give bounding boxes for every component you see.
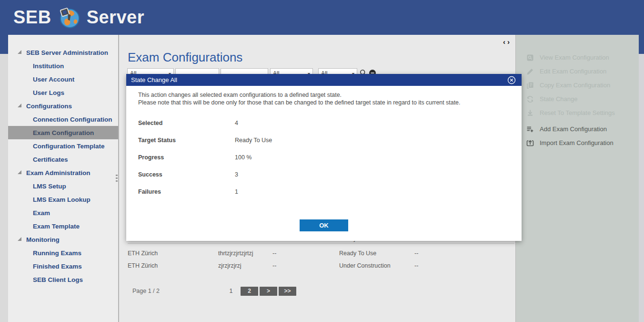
action-reset-to-template-settings: Reset To Template Settings	[516, 106, 639, 120]
page-2-button[interactable]: 2	[241, 287, 258, 296]
brand-seb: SEB	[13, 7, 51, 28]
pagination-bar: Page 1 / 2 1 2 > >>	[119, 287, 516, 296]
app-header: SEB Server	[0, 0, 644, 35]
dialog-description: This action changes all selected exam co…	[138, 92, 460, 106]
action-copy-exam-configuration: Copy Exam Configuration	[516, 78, 639, 92]
sidebar-item-configurations[interactable]: Configurations	[8, 99, 118, 113]
sidebar-item-institution[interactable]: Institution	[8, 59, 118, 73]
last-page-button[interactable]: >>	[279, 287, 296, 296]
row-divider	[128, 243, 514, 244]
expander-icon[interactable]	[18, 170, 21, 174]
chevron-right-icon[interactable]: ›	[507, 38, 512, 46]
ok-button[interactable]: OK	[300, 219, 348, 231]
expander-icon[interactable]	[18, 104, 21, 107]
sidebar-item-finished-exams[interactable]: Finished Exams	[8, 260, 118, 273]
dialog-fields: Selected4 Target StatusReady To Use Prog…	[138, 114, 272, 200]
action-view-exam-configuration: View Exam Configuration	[516, 51, 639, 64]
state-change-all-dialog: State Change All This action changes all…	[126, 74, 522, 241]
sidebar-item-exam-administration[interactable]: Exam Administration	[8, 166, 118, 179]
sidebar-item-connection-configuration[interactable]: Connection Configuration	[8, 113, 118, 126]
right-navy-block	[639, 35, 644, 54]
sidebar-item-exam[interactable]: Exam	[8, 206, 118, 219]
action-edit-exam-configuration: Edit Exam Configuration	[516, 64, 639, 78]
left-navy-block	[0, 35, 8, 54]
action-add-exam-configuration[interactable]: Add Exam Configuration	[516, 122, 639, 136]
globe-lock-icon	[58, 6, 80, 29]
reset-download-icon	[526, 109, 534, 117]
action-state-change: State Change	[516, 92, 639, 106]
dialog-description-line2: Please note that this will be done only …	[138, 99, 460, 107]
expander-icon[interactable]	[18, 50, 21, 54]
refresh-icon	[526, 95, 534, 103]
right-scroll-strip	[639, 35, 644, 322]
dialog-title: State Change All	[131, 76, 507, 83]
chevron-left-icon[interactable]: ‹	[503, 38, 507, 46]
add-list-icon	[526, 125, 534, 133]
sidebar-item-lms-setup[interactable]: LMS Setup	[8, 179, 118, 193]
table-row[interactable]: ETH Zürich zjrzjrzjrzj -- Under Construc…	[128, 260, 514, 272]
action-panel: View Exam Configuration Edit Exam Config…	[516, 35, 639, 322]
brand-server: Server	[87, 7, 144, 28]
sidebar-item-seb-client-logs[interactable]: SEB Client Logs	[8, 273, 118, 286]
sidebar-item-configuration-template[interactable]: Configuration Template	[8, 139, 118, 153]
expander-icon[interactable]	[18, 237, 21, 241]
dialog-description-line1: This action changes all selected exam co…	[138, 92, 460, 99]
sidebar-item-exam-configuration[interactable]: Exam Configuration	[8, 126, 118, 139]
field-failures: Failures1	[138, 183, 272, 200]
sidebar-item-monitoring[interactable]: Monitoring	[8, 233, 118, 246]
page-indicator: Page 1 / 2	[132, 288, 160, 294]
sidebar-item-exam-template[interactable]: Exam Template	[8, 219, 118, 233]
sidebar-item-lms-exam-lookup[interactable]: LMS Exam Lookup	[8, 193, 118, 206]
sidebar-nav: SEB Server Administration Institution Us…	[8, 35, 118, 322]
sidebar-item-user-account[interactable]: User Account	[8, 73, 118, 86]
dialog-title-bar: State Change All	[126, 74, 522, 86]
field-success: Success3	[138, 166, 272, 183]
current-page-number: 1	[228, 288, 234, 294]
field-target-status: Target StatusReady To Use	[138, 132, 272, 149]
view-magnifier-icon	[526, 54, 534, 62]
splitter-grip-icon[interactable]	[115, 173, 118, 186]
content-collapse-arrows[interactable]: ‹›	[503, 38, 512, 46]
sidebar-item-certificates[interactable]: Certificates	[8, 153, 118, 166]
sidebar-item-user-logs[interactable]: User Logs	[8, 86, 118, 99]
action-import-exam-configuration[interactable]: Import Exam Configuration	[516, 136, 639, 150]
field-selected: Selected4	[138, 114, 272, 132]
sidebar-item-running-exams[interactable]: Running Exams	[8, 246, 118, 260]
close-icon[interactable]	[507, 76, 516, 84]
field-progress: Progress100 %	[138, 149, 272, 166]
left-gutter	[0, 35, 8, 322]
import-upload-icon	[526, 139, 534, 147]
next-page-button[interactable]: >	[260, 287, 277, 296]
copy-icon	[526, 82, 534, 89]
page-title: Exam Configurations	[128, 50, 242, 65]
sidebar-item-seb-server-administration[interactable]: SEB Server Administration	[8, 46, 118, 59]
table-row[interactable]: ETH Zürich thrtzjrzjrtzjrtzj -- Ready To…	[128, 247, 514, 260]
pencil-icon	[526, 68, 534, 75]
